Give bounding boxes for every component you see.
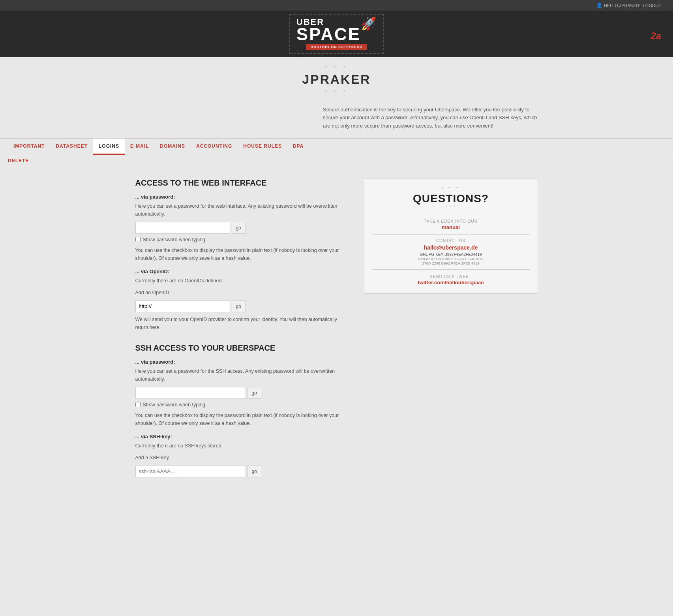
nav-email[interactable]: E-MAIL — [125, 139, 154, 155]
ssh-section: SSH ACCESS TO YOUR UBERSPACE ... via pas… — [135, 343, 348, 477]
web-password-input-row: go — [135, 222, 348, 234]
nav-important[interactable]: IMPORTANT — [8, 139, 50, 155]
ssh-no-keys: Currently there are no SSH keys stored. — [135, 442, 348, 450]
q-manual-link[interactable]: manual — [442, 224, 460, 230]
q-fingerprint1: FINGERPRINT: 30BE F274 C7F4 701F — [372, 257, 530, 261]
logo-area: UBER SPACE 🚀 HOSTING ON ASTEROIDS — [289, 14, 384, 54]
nav-house-rules[interactable]: HOUSE RULES — [238, 139, 287, 155]
logo-space: SPACE — [296, 26, 361, 42]
web-openid-label: ... via OpenID: — [135, 269, 348, 274]
stars-bottom: * * * — [0, 89, 673, 94]
ssh-key-input-row: go — [135, 466, 348, 477]
nav-domains[interactable]: DOMAINS — [154, 139, 191, 155]
annotation-2a: 2a — [651, 30, 661, 41]
intro-text: Secure authentication is the key to secu… — [323, 106, 538, 130]
q-stars-bottom: * * * — [372, 205, 530, 209]
q-email[interactable]: hallo@uberspace.de — [424, 244, 478, 251]
q-twitter[interactable]: twitter.com/hallouberspace — [418, 280, 484, 285]
top-bar: 👤 HELLO JPRAKER! LOGOUT — [0, 0, 673, 11]
ssh-key-label: ... via SSH-key: — [135, 434, 348, 439]
rocket-icon: 🚀 — [361, 16, 377, 31]
ssh-show-password-label: Show password when typing — [143, 402, 205, 408]
q-stars-top: * * * — [372, 186, 530, 191]
web-openid-note: We will send you to your OpenID provider… — [135, 316, 348, 331]
ssh-password-go-btn[interactable]: go — [247, 387, 261, 399]
nav-delete[interactable]: DELETE — [8, 156, 29, 166]
q-title: QUESTIONS? — [372, 192, 530, 205]
web-openid-go-btn[interactable]: go — [232, 300, 246, 312]
username: JPRAKER — [0, 72, 673, 87]
web-show-password-checkbox[interactable] — [135, 237, 141, 242]
ssh-key-go-btn[interactable]: go — [247, 466, 261, 477]
web-openid-input-row: go — [135, 300, 348, 312]
ssh-password-note: You can use the checkbox to display the … — [135, 411, 348, 427]
web-password-desc: Here you can set a password for the web … — [135, 202, 348, 218]
web-no-openids: Currently there are no OpenIDs defined. — [135, 277, 348, 285]
web-password-go-btn[interactable]: go — [232, 222, 246, 234]
web-interface-section: ACCESS TO THE WEB INTERFACE ... via pass… — [135, 178, 348, 331]
q-contact-label: CONTACT US — [372, 239, 530, 243]
hello-text: HELLO JPRAKER! — [604, 3, 641, 8]
right-column: * * * QUESTIONS? * * * TAKE A LOOK INTO … — [364, 178, 538, 481]
q-divider-1 — [372, 215, 530, 215]
ssh-add-key-label: Add a SSH-key — [135, 454, 348, 462]
ssh-password-input-row: go — [135, 387, 348, 399]
header: UBER SPACE 🚀 HOSTING ON ASTEROIDS 2a — [0, 11, 673, 57]
ssh-password-desc: Here you can set a password for the SSH … — [135, 367, 348, 383]
q-divider-2 — [372, 234, 530, 235]
nav-accounting[interactable]: ACCOUNTING — [191, 139, 238, 155]
ssh-password-input[interactable] — [135, 387, 246, 399]
web-password-label: ... via password: — [135, 194, 348, 200]
nav-dpa[interactable]: DPA — [287, 139, 309, 155]
stars-top: * * * — [0, 65, 673, 70]
web-show-password-label: Show password when typing — [143, 237, 205, 242]
web-password-input[interactable] — [135, 222, 230, 234]
logo-badge: HOSTING ON ASTEROIDS — [306, 44, 367, 50]
ssh-password-label: ... via password: — [135, 359, 348, 365]
q-tweet-label: SEND US A TWEET — [372, 274, 530, 279]
ssh-show-password-checkbox[interactable] — [135, 402, 141, 407]
sub-nav: DELETE — [0, 155, 673, 166]
web-password-note: You can use the checkbox to display the … — [135, 246, 348, 262]
ssh-password-checkbox-row: Show password when typing — [135, 402, 348, 408]
nav-bar: IMPORTANT DATASHEET LOGINS E-MAIL DOMAIN… — [0, 138, 673, 155]
user-section: * * * JPRAKER * * * — [0, 57, 673, 98]
intro-section: Secure authentication is the key to secu… — [120, 98, 554, 138]
q-fingerprint2: 376B 2248 B992 F4EA 2FE0 4419 — [372, 261, 530, 265]
q-divider-3 — [372, 269, 530, 270]
left-column: ACCESS TO THE WEB INTERFACE ... via pass… — [135, 178, 364, 481]
questions-box: * * * QUESTIONS? * * * TAKE A LOOK INTO … — [364, 178, 538, 294]
q-gnupg: GNUPG-KEY B992F4EA2FE04419 — [372, 252, 530, 257]
web-password-checkbox-row: Show password when typing — [135, 237, 348, 242]
user-icon: 👤 — [596, 2, 602, 8]
web-openid-input[interactable] — [135, 300, 230, 312]
ssh-title: SSH ACCESS TO YOUR UBERSPACE — [135, 343, 348, 353]
ssh-key-input[interactable] — [135, 466, 246, 477]
web-add-openid-label: Add an OpenID: — [135, 289, 348, 297]
logout-button[interactable]: LOGOUT — [643, 3, 661, 8]
nav-datasheet[interactable]: DATASHEET — [50, 139, 93, 155]
main-content: ACCESS TO THE WEB INTERFACE ... via pass… — [120, 166, 554, 492]
web-interface-title: ACCESS TO THE WEB INTERFACE — [135, 178, 348, 188]
nav-logins[interactable]: LOGINS — [93, 139, 125, 155]
q-take-look: TAKE A LOOK INTO OUR — [372, 219, 530, 223]
logo-box: UBER SPACE 🚀 HOSTING ON ASTEROIDS — [289, 14, 384, 54]
